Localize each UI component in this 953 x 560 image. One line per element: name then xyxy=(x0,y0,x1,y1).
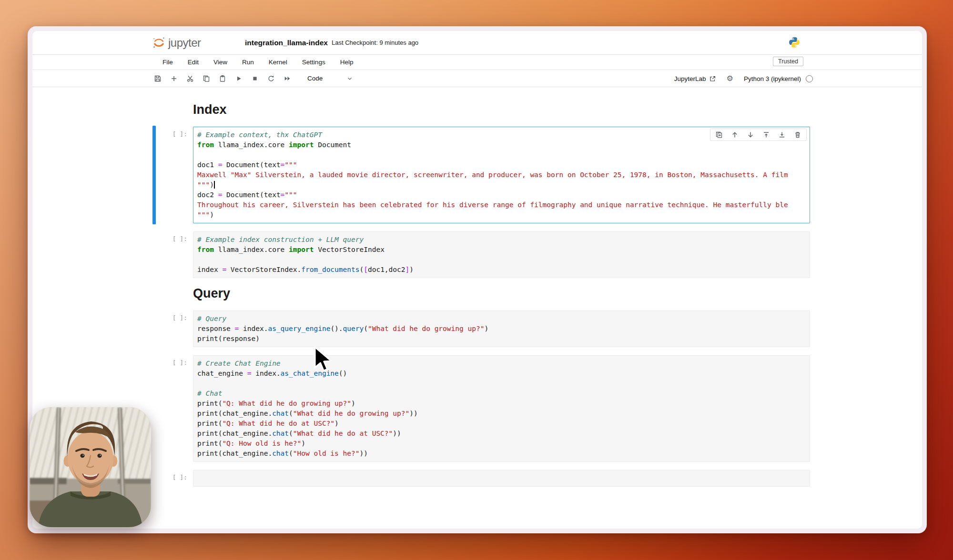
toolbar-right-group: JupyterLab ⚙ Python 3 (ipykernel) xyxy=(674,70,813,87)
run-icon[interactable] xyxy=(235,75,243,82)
code-line: """) xyxy=(197,210,806,220)
markdown-cell[interactable]: Index xyxy=(152,102,810,117)
jupyter-logo-icon xyxy=(152,36,165,49)
notebook-header: jupyter integration_llama-index Last Che… xyxy=(32,31,922,55)
kernel-name[interactable]: Python 3 (ipykernel) xyxy=(744,75,801,82)
jupyter-app: jupyter integration_llama-index Last Che… xyxy=(32,31,922,529)
notebook-title[interactable]: integration_llama-index xyxy=(245,39,328,47)
menu-item-kernel[interactable]: Kernel xyxy=(265,57,291,68)
kernel-status-icon xyxy=(806,75,813,82)
menu-item-view[interactable]: View xyxy=(210,57,231,68)
cell-input[interactable] xyxy=(193,470,810,487)
markdown-cell[interactable]: Query xyxy=(152,286,810,301)
python-logo-icon xyxy=(788,36,801,49)
cell-action-toolbar xyxy=(710,129,807,141)
code-cell[interactable]: [ ]:# Example context, thx ChatGPTfrom l… xyxy=(152,127,810,223)
markdown-heading: Query xyxy=(193,286,810,301)
title-group: integration_llama-index Last Checkpoint:… xyxy=(236,31,418,54)
code-line: print("Q: What did he do at USC?") xyxy=(197,419,806,429)
code-line: print("Q: How old is he?") xyxy=(197,439,806,449)
save-icon[interactable] xyxy=(154,75,162,82)
cell-gutter: [ ]: xyxy=(152,310,193,347)
code-line: print(chat_engine.chat("How old is he?")… xyxy=(197,449,806,459)
code-line: chat_engine = index.as_chat_engine() xyxy=(197,369,806,379)
menu-item-help[interactable]: Help xyxy=(336,57,357,68)
cell-prompt: [ ]: xyxy=(172,235,187,242)
toolbar: Code JupyterLab ⚙ Python 3 (ipykernel) xyxy=(32,70,922,87)
menu-item-file[interactable]: File xyxy=(159,57,177,68)
code-line: Throughout his career, Silverstein has b… xyxy=(197,200,806,210)
code-cell[interactable]: [ ]:# Example index construction + LLM q… xyxy=(152,231,810,278)
cell-type-select[interactable]: Code xyxy=(307,75,353,82)
code-line: ​ xyxy=(197,379,806,389)
jupyterlab-link[interactable]: JupyterLab xyxy=(674,75,706,82)
presenter-webcam xyxy=(30,407,151,527)
cell-input[interactable]: # Queryresponse = index.as_query_engine(… xyxy=(193,310,810,347)
cell-prompt: [ ]: xyxy=(172,359,187,366)
insert-cell-below-icon[interactable] xyxy=(778,131,786,139)
code-line: """) xyxy=(197,180,806,190)
jupyter-wordmark: jupyter xyxy=(168,36,201,50)
code-line: print(response) xyxy=(197,334,806,344)
paste-cells-icon[interactable] xyxy=(219,75,226,82)
code-line: doc2 = Document(text=""" xyxy=(197,190,806,200)
cell-prompt: [ ]: xyxy=(172,314,187,321)
code-cell[interactable]: [ ]:# Create Chat Enginechat_engine = in… xyxy=(152,355,810,462)
move-cell-up-icon[interactable] xyxy=(731,131,739,139)
trusted-badge[interactable]: Trusted xyxy=(773,57,803,66)
cell-gutter: [ ]: xyxy=(152,355,193,462)
cell-input[interactable]: # Example context, thx ChatGPTfrom llama… xyxy=(193,127,810,223)
cell-gutter: [ ]: xyxy=(152,470,193,487)
jupyter-logo-group[interactable]: jupyter xyxy=(152,31,201,54)
selected-cell-bar xyxy=(152,126,156,224)
cell-prompt: [ ]: xyxy=(172,474,187,481)
code-line: print(chat_engine.chat("What did he do g… xyxy=(197,409,806,419)
notebook-cells: Index[ ]:# Example context, thx ChatGPTf… xyxy=(152,87,810,487)
cell-prompt: [ ]: xyxy=(172,130,187,138)
menu-list: FileEditViewRunKernelSettingsHelp xyxy=(159,57,364,68)
cell-input[interactable]: # Example index construction + LLM query… xyxy=(193,231,810,278)
interrupt-icon[interactable] xyxy=(251,75,259,82)
restart-kernel-icon[interactable] xyxy=(267,75,275,82)
code-cell[interactable]: [ ]: xyxy=(152,470,810,487)
insert-cell-above-icon[interactable] xyxy=(762,131,770,139)
code-line: # Create Chat Engine xyxy=(197,359,806,369)
desktop-background: jupyter integration_llama-index Last Che… xyxy=(0,0,953,560)
code-line: # Query xyxy=(197,314,806,324)
notebook-main: Index[ ]:# Example context, thx ChatGPTf… xyxy=(32,87,922,529)
code-line: doc1 = Document(text=""" xyxy=(197,160,806,170)
delete-cell-icon[interactable] xyxy=(794,131,801,139)
code-line: from llama_index.core import Document xyxy=(197,140,806,150)
external-link-icon[interactable] xyxy=(709,75,716,82)
code-line: Maxwell "Max" Silverstein, a lauded movi… xyxy=(197,170,806,180)
restart-run-all-icon[interactable] xyxy=(284,75,291,82)
chevron-down-icon xyxy=(346,75,353,82)
cut-cells-icon[interactable] xyxy=(186,75,194,82)
checkpoint-status: Last Checkpoint: 9 minutes ago xyxy=(332,39,418,46)
cell-type-value: Code xyxy=(307,75,323,82)
code-line: # Example index construction + LLM query xyxy=(197,235,806,245)
text-caret xyxy=(214,181,215,189)
cell-gutter: [ ]: xyxy=(152,127,193,223)
code-line: # Chat xyxy=(197,389,806,399)
menu-item-run[interactable]: Run xyxy=(238,57,258,68)
code-line: print("Q: What did he do growing up?") xyxy=(197,399,806,409)
code-line: ​ xyxy=(197,255,806,265)
duplicate-cell-icon[interactable] xyxy=(715,131,723,139)
add-cell-icon[interactable] xyxy=(170,75,178,82)
code-line: from llama_index.core import VectorStore… xyxy=(197,245,806,255)
markdown-heading: Index xyxy=(193,102,810,117)
menu-item-settings[interactable]: Settings xyxy=(298,57,329,68)
jupyter-window: jupyter integration_llama-index Last Che… xyxy=(28,26,927,533)
move-cell-down-icon[interactable] xyxy=(747,131,754,139)
menu-bar: FileEditViewRunKernelSettingsHelp Truste… xyxy=(32,55,922,70)
code-cell[interactable]: [ ]:# Queryresponse = index.as_query_eng… xyxy=(152,310,810,347)
settings-gear-icon[interactable]: ⚙ xyxy=(727,75,733,82)
cell-gutter: [ ]: xyxy=(152,231,193,278)
code-line: index = VectorStoreIndex.from_documents(… xyxy=(197,265,806,275)
menu-item-edit[interactable]: Edit xyxy=(184,57,203,68)
copy-cells-icon[interactable] xyxy=(203,75,210,82)
cell-input[interactable]: # Create Chat Enginechat_engine = index.… xyxy=(193,355,810,462)
code-line: ​ xyxy=(197,150,806,160)
code-line: print(chat_engine.chat("What did he do a… xyxy=(197,429,806,439)
